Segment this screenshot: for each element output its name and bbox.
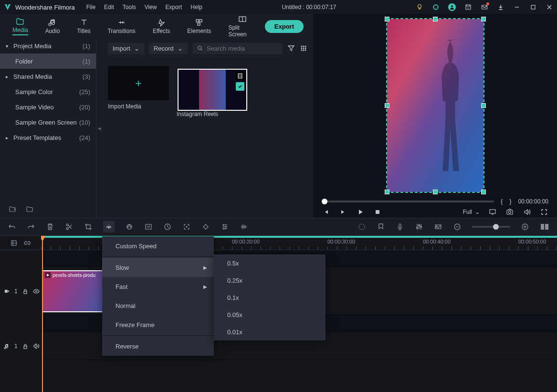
save-icon[interactable] (464, 3, 472, 11)
support-icon[interactable] (432, 3, 440, 11)
timeline-clip[interactable]: ▶pexels-shvets-produ (42, 270, 112, 312)
menu-fast[interactable]: Fast▶ (102, 277, 214, 296)
maximize-icon[interactable] (529, 3, 537, 11)
slow-option-0-1x[interactable]: 0.1x (214, 289, 326, 306)
record-dropdown[interactable]: Record⌄ (149, 43, 188, 54)
preview-viewport[interactable] (313, 14, 557, 197)
split-icon[interactable] (65, 222, 74, 231)
sidebar-item-folder[interactable]: Folder(1) (0, 53, 96, 69)
menu-slow[interactable]: Slow▶ (102, 258, 214, 277)
import-media-card[interactable]: ＋ Import Media (108, 66, 169, 117)
tab-transitions[interactable]: Transitions (99, 16, 144, 36)
play-icon[interactable] (356, 208, 365, 216)
zoom-out-icon[interactable] (453, 222, 462, 231)
tab-titles[interactable]: Titles (68, 16, 99, 36)
zoom-fit-icon[interactable] (540, 222, 549, 231)
delete-icon[interactable] (46, 222, 54, 231)
menu-view[interactable]: View (145, 4, 157, 11)
menu-help[interactable]: Help (190, 4, 202, 11)
slow-option-0-01x[interactable]: 0.01x (214, 323, 326, 340)
snapshot-icon[interactable] (505, 208, 514, 216)
duration-icon[interactable] (163, 222, 172, 231)
greenscreen-icon[interactable] (144, 222, 153, 231)
mixer-icon[interactable] (415, 222, 423, 231)
account-icon[interactable] (448, 3, 456, 11)
slow-option-0-5x[interactable]: 0.5x (214, 254, 326, 272)
menu-normal[interactable]: Normal (102, 296, 214, 315)
sidebar-item-sample-color[interactable]: Sample Color(25) (0, 84, 96, 99)
resize-handle[interactable] (385, 17, 389, 21)
slow-option-0-05x[interactable]: 0.05x (214, 306, 326, 323)
manage-tracks-icon[interactable] (11, 240, 17, 246)
tab-media[interactable]: Media (4, 15, 37, 37)
eye-icon[interactable] (33, 288, 40, 294)
brace-close[interactable]: } (509, 198, 511, 205)
undo-icon[interactable] (8, 222, 16, 231)
tab-elements[interactable]: Elements (179, 16, 220, 36)
open-folder-icon[interactable] (26, 205, 33, 213)
stop-icon[interactable] (373, 208, 382, 216)
audio-waveform-icon[interactable] (240, 222, 248, 231)
resize-handle[interactable] (385, 190, 389, 194)
tab-audio[interactable]: Audio (37, 16, 69, 36)
menu-custom-speed[interactable]: Custom Speed (102, 236, 214, 255)
lock-icon[interactable] (22, 288, 28, 294)
new-folder-icon[interactable] (9, 205, 16, 213)
resize-handle[interactable] (433, 190, 438, 194)
sidebar-item-shared-media[interactable]: ▸Shared Media(3) (0, 69, 96, 84)
collapse-sidebar-icon[interactable]: ◂ (96, 38, 102, 218)
sidebar-item-sample-video[interactable]: Sample Video(20) (0, 99, 96, 115)
close-icon[interactable] (546, 3, 553, 11)
volume-icon[interactable] (523, 208, 531, 216)
preview-quality-dropdown[interactable]: Full⌄ (463, 209, 480, 215)
filter-icon[interactable] (287, 44, 295, 52)
fullscreen-icon[interactable] (540, 208, 548, 216)
resize-handle[interactable] (481, 103, 486, 108)
color-icon[interactable] (125, 222, 134, 231)
menu-reverse[interactable]: Reverse (102, 337, 214, 356)
menu-freeze-frame[interactable]: Freeze Frame (102, 315, 214, 334)
messages-icon[interactable] (481, 3, 488, 11)
mute-icon[interactable] (33, 343, 40, 349)
resize-handle[interactable] (433, 17, 438, 21)
resize-handle[interactable] (385, 103, 389, 108)
prev-frame-icon[interactable] (322, 208, 330, 216)
next-frame-icon[interactable] (339, 208, 347, 216)
adjust-icon[interactable] (221, 222, 229, 231)
keyframe-icon[interactable] (201, 222, 210, 231)
scrub-handle[interactable] (322, 199, 327, 204)
brace-open[interactable]: { (501, 198, 503, 205)
detect-icon[interactable] (182, 222, 191, 231)
media-clip-card[interactable]: Instagram Reels (177, 66, 246, 117)
import-dropdown[interactable]: Import⌄ (108, 43, 144, 54)
download-icon[interactable] (497, 3, 504, 11)
sidebar-item-sample-green-screen[interactable]: Sample Green Screen(10) (0, 115, 96, 130)
lock-icon[interactable] (22, 343, 28, 349)
minimize-icon[interactable] (513, 3, 521, 11)
tips-icon[interactable] (416, 3, 423, 11)
playhead[interactable] (42, 236, 43, 392)
marker-icon[interactable] (377, 222, 385, 231)
menu-edit[interactable]: Edit (104, 4, 114, 11)
preview-frame[interactable] (386, 18, 484, 193)
menu-tools[interactable]: Tools (123, 4, 136, 11)
menu-export[interactable]: Export (166, 4, 182, 11)
sidebar-item-project-media[interactable]: ▾Project Media(1) (0, 38, 96, 53)
sidebar-item-preset-templates[interactable]: ▸Preset Templates(24) (0, 130, 96, 145)
zoom-in-icon[interactable] (521, 222, 529, 231)
view-grid-icon[interactable] (300, 44, 307, 52)
thumbnails-icon[interactable] (434, 222, 442, 231)
slow-option-0-25x[interactable]: 0.25x (214, 272, 326, 289)
voiceover-icon[interactable] (396, 222, 404, 231)
display-icon[interactable] (488, 208, 497, 216)
tab-effects[interactable]: Effects (144, 16, 179, 36)
preview-scrub-bar[interactable] (322, 201, 494, 202)
redo-icon[interactable] (27, 222, 35, 231)
crop-icon[interactable] (84, 222, 93, 231)
link-icon[interactable] (24, 240, 31, 246)
resize-handle[interactable] (481, 17, 486, 21)
zoom-knob[interactable] (493, 224, 499, 230)
speed-icon[interactable] (103, 221, 115, 233)
export-button[interactable]: Export (265, 20, 304, 33)
tab-splitscreen[interactable]: Split Screen (220, 13, 264, 40)
